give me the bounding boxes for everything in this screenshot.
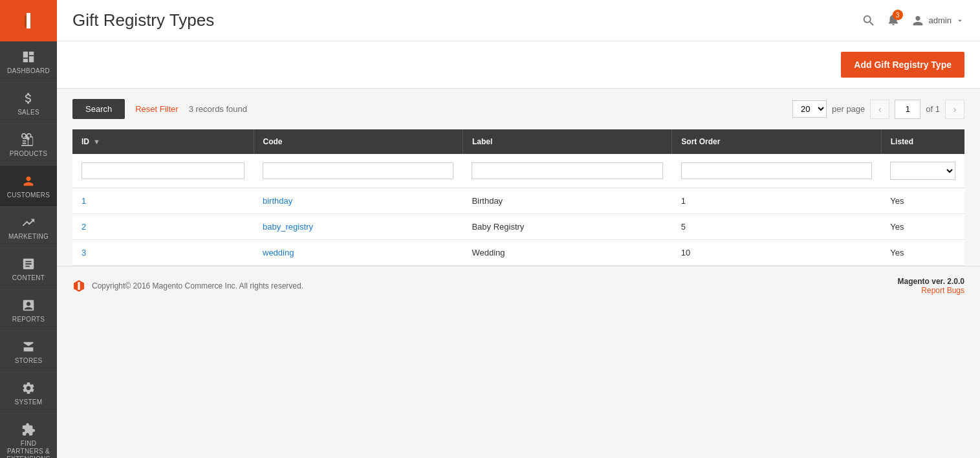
row-code-link[interactable]: birthday — [263, 196, 292, 206]
per-page-select: 20 30 50 — [792, 100, 827, 118]
svg-rect-4 — [78, 282, 80, 290]
sidebar-item-label: FIND PARTNERS & EXTENSIONS — [3, 440, 54, 458]
content-area: Add Gift Registry Type Search Reset Filt… — [57, 41, 980, 458]
sidebar: DASHBOARD SALES PRODUCTS CUSTOMERS MARKE… — [0, 0, 57, 458]
sidebar-item-products[interactable]: PRODUCTS — [0, 124, 57, 166]
sidebar-item-content[interactable]: CONTENT — [0, 248, 57, 290]
next-page-button[interactable]: › — [945, 100, 964, 119]
sidebar-item-sales[interactable]: SALES — [0, 83, 57, 124]
content-icon — [21, 256, 36, 272]
sidebar-item-stores[interactable]: STORES — [0, 331, 57, 373]
row-id-link[interactable]: 2 — [82, 222, 86, 232]
sidebar-item-find-partners[interactable]: FIND PARTNERS & EXTENSIONS — [0, 414, 57, 458]
filter-code-cell — [254, 154, 463, 188]
grid-controls: Search Reset Filter 3 records found 20 3… — [57, 89, 980, 129]
records-found: 3 records found — [189, 104, 785, 114]
footer: Copyright© 2016 Magento Commerce Inc. Al… — [57, 266, 980, 305]
page-title: Gift Registry Types — [72, 10, 862, 30]
row-sort-order: 5 — [672, 214, 881, 240]
filter-label-input[interactable] — [472, 162, 662, 179]
chevron-down-icon — [955, 16, 964, 25]
filter-listed-select[interactable]: Yes No — [890, 162, 955, 180]
search-button[interactable]: Search — [72, 99, 125, 119]
notification-button[interactable]: 3 — [886, 12, 900, 28]
extensions-icon — [21, 422, 36, 437]
sidebar-item-customers[interactable]: CUSTOMERS — [0, 166, 57, 207]
sidebar-item-label: STORES — [15, 357, 43, 364]
filter-sort-order-input[interactable] — [681, 162, 872, 179]
th-listed[interactable]: Listed — [881, 129, 964, 154]
sidebar-item-label: CONTENT — [12, 274, 45, 281]
sidebar-item-label: SALES — [17, 109, 39, 116]
th-sort-order[interactable]: Sort Order — [672, 129, 881, 154]
sidebar-item-label: CUSTOMERS — [7, 191, 50, 199]
filter-id-input[interactable] — [82, 162, 245, 179]
notification-badge: 3 — [893, 10, 903, 20]
footer-version: Magento ver. 2.0.0 — [898, 277, 964, 286]
sidebar-item-label: MARKETING — [8, 233, 49, 240]
row-sort-order: 10 — [672, 240, 881, 266]
per-page-dropdown[interactable]: 20 30 50 — [792, 100, 827, 118]
admin-avatar-icon — [911, 14, 925, 28]
admin-user-menu[interactable]: admin — [911, 14, 964, 28]
filter-label-cell — [463, 154, 671, 188]
prev-page-button[interactable]: ‹ — [870, 100, 889, 119]
products-icon — [21, 132, 36, 147]
row-code-link[interactable]: baby_registry — [263, 222, 313, 232]
th-label[interactable]: Label — [463, 129, 671, 154]
row-label: Wedding — [463, 240, 671, 266]
row-code-link[interactable]: wedding — [263, 248, 294, 257]
row-listed: Yes — [881, 214, 964, 240]
footer-logo-icon — [72, 279, 85, 292]
sidebar-item-marketing[interactable]: MARKETING — [0, 207, 57, 248]
th-id[interactable]: ID ▼ — [72, 129, 254, 154]
page-number-input[interactable] — [895, 100, 920, 119]
sidebar-item-dashboard[interactable]: DASHBOARD — [0, 41, 57, 83]
header-actions: 3 admin — [862, 12, 964, 28]
filter-sort-order-cell — [672, 154, 881, 188]
report-bugs-link[interactable]: Report Bugs — [921, 286, 964, 295]
page-of-label: of 1 — [926, 104, 940, 114]
svg-rect-2 — [27, 13, 30, 28]
sidebar-logo — [0, 0, 57, 41]
pagination-controls: 20 30 50 per page ‹ of 1 › — [792, 100, 964, 119]
sidebar-item-label: DASHBOARD — [7, 67, 50, 74]
magento-logo-icon — [16, 8, 41, 34]
sidebar-item-label: SYSTEM — [15, 398, 43, 406]
table-row[interactable]: 1birthdayBirthday1Yes — [72, 188, 964, 214]
sidebar-item-system[interactable]: SYSTEM — [0, 373, 57, 414]
filter-id-cell — [72, 154, 254, 188]
row-listed: Yes — [881, 240, 964, 266]
footer-left: Copyright© 2016 Magento Commerce Inc. Al… — [72, 279, 303, 292]
top-header: Gift Registry Types 3 admin — [57, 0, 980, 41]
filter-code-input[interactable] — [263, 162, 453, 179]
table-row[interactable]: 2baby_registryBaby Registry5Yes — [72, 214, 964, 240]
row-id-link[interactable]: 3 — [82, 248, 86, 257]
system-icon — [21, 380, 36, 396]
th-code[interactable]: Code — [254, 129, 463, 154]
table-header-row: ID ▼ Code Label Sort Order — [72, 129, 964, 154]
table-row[interactable]: 3weddingWedding10Yes — [72, 240, 964, 266]
reset-filter-button[interactable]: Reset Filter — [133, 99, 180, 119]
search-icon — [862, 14, 876, 28]
row-listed: Yes — [881, 188, 964, 214]
marketing-icon — [21, 215, 36, 230]
stores-icon — [21, 339, 36, 354]
row-label: Birthday — [463, 188, 671, 214]
row-id-link[interactable]: 1 — [82, 196, 86, 206]
data-table-wrap: ID ▼ Code Label Sort Order — [57, 129, 980, 266]
dashboard-icon — [21, 49, 36, 65]
table-body: 1birthdayBirthday1Yes2baby_registryBaby … — [72, 188, 964, 266]
customers-icon — [21, 173, 36, 189]
add-gift-registry-type-button[interactable]: Add Gift Registry Type — [841, 52, 964, 78]
filter-listed-cell: Yes No — [881, 154, 964, 188]
row-sort-order: 1 — [672, 188, 881, 214]
filter-row: Yes No — [72, 154, 964, 188]
search-header-button[interactable] — [862, 14, 876, 28]
admin-name: admin — [929, 16, 952, 25]
sales-icon — [21, 91, 36, 106]
sidebar-item-reports[interactable]: REPORTS — [0, 290, 57, 331]
sidebar-item-label: REPORTS — [12, 316, 45, 323]
footer-right: Magento ver. 2.0.0 Report Bugs — [898, 277, 964, 295]
sidebar-item-label: PRODUCTS — [10, 150, 48, 157]
